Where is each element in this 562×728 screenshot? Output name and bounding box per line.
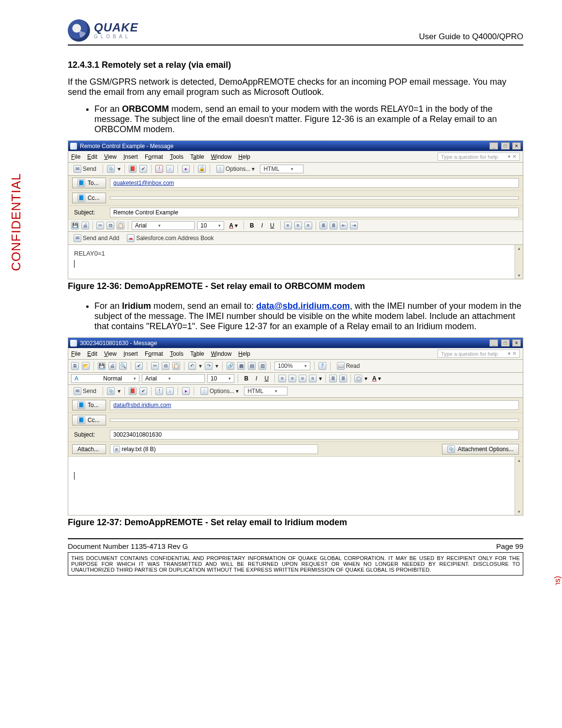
cut-icon[interactable]: ✂ (151, 362, 159, 370)
preview-icon[interactable]: 🔍 (119, 362, 127, 370)
format-select[interactable]: HTML (244, 387, 288, 395)
attach-icon[interactable]: 📎 (107, 387, 115, 395)
cc-button[interactable]: 📘Cc... (72, 415, 106, 425)
menu-file[interactable]: File (71, 350, 80, 357)
message-body[interactable]: RELAY0=1 ▴▾ (68, 245, 523, 279)
print-icon[interactable]: 🖨 (81, 222, 89, 229)
underline-button[interactable]: U (268, 221, 277, 230)
help-icon[interactable]: ? (319, 362, 326, 370)
attach-button[interactable]: Attach... (72, 444, 106, 454)
menu-window[interactable]: Window (211, 153, 232, 160)
menu-help[interactable]: Help (238, 350, 250, 357)
align-center-icon[interactable]: ≡ (294, 222, 302, 229)
bold-button[interactable]: B (247, 221, 257, 230)
underline-button[interactable]: U (262, 374, 271, 383)
align-left-icon[interactable]: ≡ (278, 375, 286, 382)
copy-icon[interactable]: ⧉ (106, 222, 114, 229)
menu-insert[interactable]: Insert (123, 350, 138, 357)
spell-icon[interactable]: ✔ (135, 362, 143, 370)
maximize-button[interactable]: □ (501, 142, 510, 150)
format-select[interactable]: HTML (260, 165, 304, 173)
attach-icon[interactable]: 📎 (107, 165, 115, 173)
menu-insert[interactable]: Insert (123, 153, 138, 160)
to-field[interactable]: data@sbd.iridium.com (110, 400, 519, 410)
cc-button[interactable]: 📘Cc... (72, 193, 106, 203)
redo-icon[interactable]: ↷ (205, 362, 213, 370)
sf-address-book-button[interactable]: ☁Salesforce.com Address Book (124, 233, 216, 243)
send-button[interactable]: ✉Send (71, 386, 99, 396)
permissions-icon[interactable]: 🔒 (198, 165, 206, 173)
attach-field[interactable]: ≡ relay.txt (8 B) (110, 444, 318, 454)
align-justify-icon[interactable]: ≡ (309, 375, 317, 382)
paste-icon[interactable]: 📋 (117, 222, 124, 229)
size-select[interactable]: 10 (197, 221, 224, 230)
menu-format[interactable]: Format (145, 153, 163, 160)
to-button[interactable]: 📘To... (72, 400, 106, 410)
font-select[interactable]: Arial (142, 374, 205, 383)
font-select[interactable]: Arial (132, 221, 195, 230)
align-center-icon[interactable]: ≡ (289, 375, 296, 382)
numbered-list-icon[interactable]: ≣ (329, 375, 337, 382)
send-and-add-button[interactable]: ✉Send and Add (71, 233, 122, 243)
subject-field[interactable]: Remote Control Example (110, 208, 519, 217)
address-book-icon[interactable]: 📕 (129, 165, 137, 173)
align-left-icon[interactable]: ≡ (284, 222, 292, 229)
menu-tools[interactable]: Tools (170, 153, 183, 160)
to-button[interactable]: 📘To... (72, 178, 106, 188)
indent-icon[interactable]: ⇥ (350, 222, 358, 229)
menu-help[interactable]: Help (238, 153, 250, 160)
menu-table[interactable]: Table (190, 153, 204, 160)
scrollbar[interactable]: ▴▾ (515, 457, 523, 515)
menu-view[interactable]: View (104, 153, 117, 160)
cut-icon[interactable]: ✂ (96, 222, 104, 229)
hyperlink-icon[interactable]: 🔗 (227, 362, 234, 370)
zoom-select[interactable]: 100% (274, 362, 310, 370)
size-select[interactable]: 10 (207, 374, 234, 383)
bullet-list-icon[interactable]: ≣ (330, 222, 337, 229)
align-right-icon[interactable]: ≡ (299, 375, 306, 382)
font-color-button[interactable]: A ▾ (227, 221, 240, 230)
menu-window[interactable]: Window (211, 350, 232, 357)
address-book-icon[interactable]: 📕 (129, 387, 137, 395)
flag-icon[interactable]: ▸ (182, 165, 190, 173)
bold-button[interactable]: B (242, 374, 251, 383)
menu-view[interactable]: View (104, 350, 117, 357)
help-search-box[interactable]: Type a question for help▾ ✕ (438, 152, 520, 161)
subject-field[interactable]: 300234010801630 (110, 430, 519, 440)
options-button[interactable]: ⋮Options... ▾ (198, 386, 241, 396)
menu-tools[interactable]: Tools (170, 350, 183, 357)
font-color-button[interactable]: A ▾ (370, 374, 383, 383)
flag-icon[interactable]: ▸ (182, 387, 190, 395)
menu-file[interactable]: File (71, 153, 80, 160)
to-field[interactable]: quaketest1@inbox.com (110, 178, 519, 188)
save-icon[interactable]: 💾 (71, 222, 79, 229)
cc-field[interactable] (110, 197, 519, 199)
new-icon[interactable]: 🗎 (71, 362, 79, 370)
bullet-list-icon[interactable]: ≣ (339, 375, 347, 382)
menu-table[interactable]: Table (190, 350, 204, 357)
importance-high-icon[interactable]: ! (155, 165, 163, 173)
border-icon[interactable]: ▢ (354, 375, 362, 382)
outdent-icon[interactable]: ⇤ (340, 222, 348, 229)
read-button[interactable]: 📖Read (334, 361, 363, 371)
cc-field[interactable] (110, 419, 519, 422)
paste-icon[interactable]: 📋 (172, 362, 180, 370)
maximize-button[interactable]: □ (501, 339, 510, 347)
scrollbar[interactable]: ▴▾ (515, 245, 523, 279)
undo-icon[interactable]: ↶ (188, 362, 196, 370)
columns-icon[interactable]: ▥ (258, 362, 266, 370)
menu-edit[interactable]: Edit (87, 153, 97, 160)
options-button[interactable]: ⋮Options... ▾ (214, 164, 257, 174)
print-icon[interactable]: 🖨 (108, 362, 116, 370)
minimize-button[interactable]: _ (489, 339, 498, 347)
save-icon[interactable]: 💾 (98, 362, 106, 370)
menu-format[interactable]: Format (145, 350, 163, 357)
style-select[interactable]: A Normal (71, 374, 139, 383)
italic-button[interactable]: I (259, 221, 265, 230)
table-icon[interactable]: ▦ (237, 362, 245, 370)
send-button[interactable]: ✉Send (71, 164, 99, 174)
check-names-icon[interactable]: ✔ (139, 387, 147, 395)
menu-edit[interactable]: Edit (87, 350, 97, 357)
numbered-list-icon[interactable]: ≣ (319, 222, 327, 229)
importance-low-icon[interactable]: ↓ (166, 165, 174, 173)
